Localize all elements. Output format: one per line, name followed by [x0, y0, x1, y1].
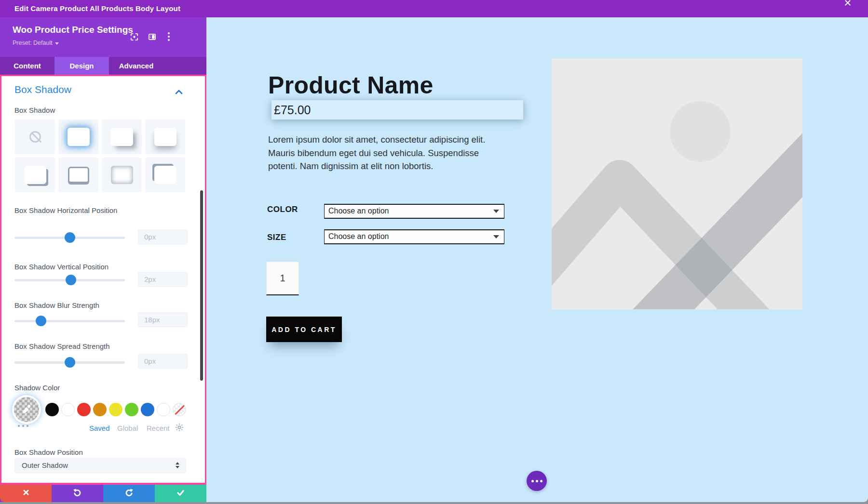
section-title-box-shadow[interactable]: Box Shadow	[14, 84, 71, 95]
close-builder-button[interactable]	[848, 3, 859, 14]
redo-button[interactable]	[103, 485, 155, 502]
save-button[interactable]	[155, 485, 206, 502]
slider-value-input[interactable]: 0px	[138, 229, 188, 244]
product-name-heading: Product Name	[268, 71, 434, 99]
chevron-down-icon	[55, 42, 59, 45]
no-shadow-icon	[29, 131, 41, 143]
slider-value-input[interactable]: 0px	[138, 354, 188, 369]
slider-label: Box Shadow Spread Strength	[14, 341, 135, 351]
settings-tabs: ContentDesignAdvanced	[0, 57, 206, 75]
box-shadow-preset-none[interactable]	[15, 119, 55, 154]
box-shadow-preset-glow-selected[interactable]	[58, 119, 98, 154]
quantity-input[interactable]: 1	[266, 262, 299, 295]
shadow-sample	[68, 167, 89, 183]
select-placeholder: Choose an option	[328, 232, 389, 240]
slider-label: Box Shadow Vertical Position	[14, 262, 135, 272]
color-swatch-green[interactable]	[125, 403, 138, 416]
chevron-down-icon	[493, 210, 499, 213]
color-swatch-orange[interactable]	[93, 403, 107, 416]
product-description: Lorem ipsum dolor sit amet, consectetur …	[268, 133, 486, 173]
gear-icon	[175, 423, 184, 432]
product-price-module[interactable]: £75.00	[271, 100, 523, 119]
preset-selector[interactable]: Preset: Default	[13, 40, 59, 46]
focus-mode-button[interactable]	[127, 30, 141, 43]
product-image-placeholder	[552, 58, 802, 309]
color-swatch-white-2[interactable]	[157, 403, 170, 416]
shadow-sample	[154, 128, 176, 146]
size-attribute-select[interactable]: Choose an option	[324, 229, 504, 244]
discard-button[interactable]	[0, 485, 52, 502]
redo-icon	[124, 488, 134, 499]
slider-thumb[interactable]	[36, 316, 46, 326]
panel-title: Woo Product Price Settings	[13, 25, 133, 35]
panel-layout-button[interactable]	[145, 30, 159, 43]
select-arrows-icon	[176, 462, 179, 468]
color-swatch-transparent[interactable]	[173, 403, 186, 416]
color-swatch-blue[interactable]	[141, 403, 154, 416]
color-swatch-black[interactable]	[45, 403, 59, 416]
check-icon	[176, 488, 185, 499]
product-price: £75.00	[274, 103, 311, 117]
undo-button[interactable]	[52, 485, 103, 502]
box-shadow-preset-hard-bottom-right[interactable]	[15, 158, 55, 192]
shadow-sample	[68, 128, 90, 146]
kebab-icon	[168, 32, 170, 34]
palette-link-recent[interactable]: Recent	[147, 424, 170, 432]
slider-label: Box Shadow Blur Strength	[14, 300, 135, 310]
chevron-up-icon	[175, 90, 183, 94]
shadow-color-swatches	[45, 403, 186, 416]
palette-link-global[interactable]: Global	[117, 424, 138, 432]
x-icon	[22, 488, 30, 499]
focus-icon	[130, 32, 139, 41]
tab-design[interactable]: Design	[54, 57, 109, 75]
design-tab-content: Box Shadow Box Shadow Box Shadow Horizon…	[0, 75, 206, 485]
color-settings-button[interactable]	[175, 423, 184, 434]
undo-icon	[73, 488, 82, 499]
columns-icon	[148, 32, 157, 41]
size-attribute-label: SIZE	[267, 233, 286, 242]
shadow-sample	[111, 128, 133, 146]
palette-link-saved[interactable]: Saved	[89, 424, 110, 432]
box-shadow-preset-inset[interactable]	[102, 158, 142, 192]
slider-value-input[interactable]: 2px	[138, 272, 188, 287]
box-shadow-preset-ring[interactable]	[58, 158, 98, 192]
box-shadow-preset-offset-bottom-right[interactable]	[102, 119, 142, 154]
shadow-sample	[111, 166, 133, 184]
slider-track[interactable]	[14, 320, 125, 322]
slider-thumb[interactable]	[65, 232, 75, 243]
layout-title: Edit Camera Product All Products Body La…	[14, 4, 180, 13]
tab-advanced[interactable]: Advanced	[109, 57, 163, 75]
panel-scrollbar[interactable]	[200, 190, 203, 381]
slider-label: Box Shadow Horizontal Position	[14, 205, 135, 215]
color-swatch-yellow[interactable]	[109, 403, 122, 416]
collapse-section-button[interactable]	[175, 88, 183, 96]
panel-footer-actions	[0, 485, 206, 502]
color-attribute-label: COLOR	[267, 205, 298, 214]
add-to-cart-button[interactable]: ADD TO CART	[266, 317, 342, 342]
divi-builder-window: Edit Camera Product All Products Body La…	[0, 0, 868, 504]
shadow-sample	[24, 166, 46, 184]
more-colors-button[interactable]	[18, 425, 28, 427]
eyedropper-swatch[interactable]	[14, 397, 39, 422]
box-shadow-preset-bottom[interactable]	[145, 119, 185, 154]
select-placeholder: Choose an option	[328, 207, 389, 215]
slider-thumb[interactable]	[65, 357, 75, 368]
shadow-sample	[154, 166, 176, 184]
slider-thumb[interactable]	[66, 275, 76, 285]
eyedropper-icon	[21, 404, 32, 415]
slider-value-input[interactable]: 18px	[138, 312, 188, 327]
builder-topbar: Edit Camera Product All Products Body La…	[0, 0, 868, 17]
color-swatch-white[interactable]	[61, 403, 75, 416]
box-shadow-position-label: Box Shadow Position	[14, 447, 83, 457]
color-swatch-red[interactable]	[77, 403, 91, 416]
panel-menu-button[interactable]	[162, 30, 176, 43]
color-attribute-select[interactable]: Choose an option	[324, 204, 504, 219]
box-shadow-preset-hard-top-left[interactable]	[145, 158, 185, 192]
box-shadow-position-select[interactable]: Outer Shadow	[14, 458, 186, 473]
tab-content[interactable]: Content	[0, 57, 54, 75]
settings-panel: Woo Product Price Settings Preset: Defau…	[0, 17, 206, 502]
chevron-down-icon	[493, 235, 499, 239]
section-menu-button[interactable]	[193, 88, 199, 97]
box-shadow-field-label: Box Shadow	[14, 105, 55, 115]
page-settings-fab[interactable]	[527, 471, 547, 491]
